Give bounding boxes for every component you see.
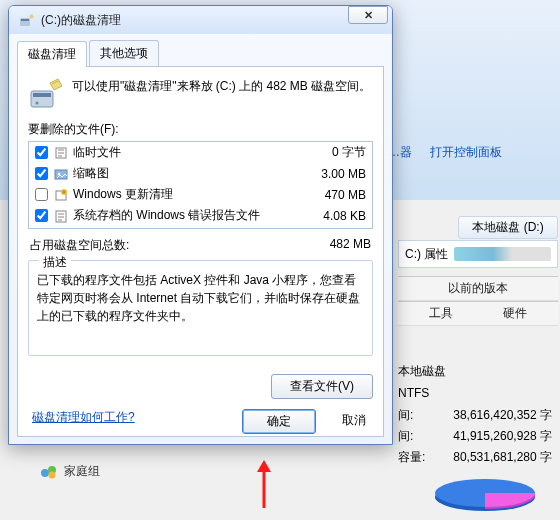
file-type-icon xyxy=(54,146,68,160)
homegroup-label[interactable]: 家庭组 xyxy=(64,463,100,480)
homegroup-icon xyxy=(40,462,58,480)
fs-type-label: 本地磁盘 xyxy=(390,360,560,383)
pie-chart xyxy=(430,475,540,515)
file-checkbox[interactable] xyxy=(35,146,48,159)
svg-rect-6 xyxy=(21,19,29,21)
file-checkbox[interactable] xyxy=(35,188,48,201)
props-label: C:) 属性 xyxy=(405,246,448,263)
file-row[interactable]: Windows 更新清理470 MB xyxy=(29,184,372,205)
file-checkbox[interactable] xyxy=(35,209,48,222)
help-link[interactable]: 磁盘清理如何工作? xyxy=(32,409,135,426)
stat-row: 间:41,915,260,928 字 xyxy=(390,426,560,447)
view-files-button[interactable]: 查看文件(V) xyxy=(271,374,373,399)
file-list[interactable]: 临时文件0 字节缩略图3.00 MBWindows 更新清理470 MB系统存档… xyxy=(28,141,373,229)
file-name: Windows 更新清理 xyxy=(73,186,296,203)
file-type-icon xyxy=(54,167,68,181)
tab-other-options[interactable]: 其他选项 xyxy=(89,40,159,66)
fs-value: NTFS xyxy=(390,383,560,403)
file-size: 3.00 MB xyxy=(296,167,366,181)
svg-point-4 xyxy=(49,472,56,479)
total-value: 482 MB xyxy=(330,237,371,254)
svg-point-2 xyxy=(41,469,49,477)
bg-link-control-panel[interactable]: 打开控制面板 xyxy=(430,144,502,161)
cancel-button[interactable]: 取消 xyxy=(334,409,374,434)
ok-button[interactable]: 确定 xyxy=(242,409,316,434)
stat-row: 间:38,616,420,352 字 xyxy=(390,405,560,426)
titlebar[interactable]: (C:)的磁盘清理 ✕ xyxy=(9,6,392,34)
stat-val: 38,616,420,352 字 xyxy=(453,407,552,424)
svg-point-9 xyxy=(36,102,39,105)
disk-cleanup-dialog: (C:)的磁盘清理 ✕ 磁盘清理 其他选项 可以使用"磁盘清理"来释放 (C:)… xyxy=(8,5,393,445)
tab-tools[interactable]: 工具 xyxy=(429,305,453,322)
intro-text: 可以使用"磁盘清理"来释放 (C:) 上的 482 MB 磁盘空间。 xyxy=(72,77,371,113)
stat-val: 41,915,260,928 字 xyxy=(453,428,552,445)
total-label: 占用磁盘空间总数: xyxy=(30,237,129,254)
stat-row: 容量:80,531,681,280 字 xyxy=(390,447,560,468)
disk-cleanup-icon xyxy=(19,12,35,28)
stat-key: 容量: xyxy=(398,449,425,466)
bg-stats: 间:38,616,420,352 字间:41,915,260,928 字容量:8… xyxy=(390,405,560,468)
svg-rect-8 xyxy=(33,93,51,97)
file-row[interactable]: 系统存档的 Windows 错误报告文件4.08 KB xyxy=(29,205,372,226)
stat-val: 80,531,681,280 字 xyxy=(453,449,552,466)
disk-big-icon xyxy=(28,77,64,113)
desc-body: 已下载的程序文件包括 ActiveX 控件和 Java 小程序，您查看特定网页时… xyxy=(37,271,364,325)
file-size: 470 MB xyxy=(296,188,366,202)
file-size: 0 字节 xyxy=(296,144,366,161)
file-row[interactable]: 临时文件0 字节 xyxy=(29,142,372,163)
file-type-icon xyxy=(54,209,68,223)
stat-key: 间: xyxy=(398,407,413,424)
dialog-title: (C:)的磁盘清理 xyxy=(41,12,386,29)
file-size: 4.08 KB xyxy=(296,209,366,223)
file-type-icon xyxy=(54,188,68,202)
delete-files-label: 要删除的文件(F): xyxy=(28,121,373,138)
tab-disk-cleanup[interactable]: 磁盘清理 xyxy=(17,41,87,67)
file-name: 缩略图 xyxy=(73,165,296,182)
file-name: 临时文件 xyxy=(73,144,296,161)
desc-legend: 描述 xyxy=(39,253,71,271)
bg-tabs2: 工具 硬件 xyxy=(398,301,558,326)
tab-hardware[interactable]: 硬件 xyxy=(503,305,527,322)
props-smear xyxy=(454,247,551,261)
prev-versions-tab[interactable]: 以前的版本 xyxy=(448,280,508,297)
stat-key: 间: xyxy=(398,428,413,445)
properties-box: C:) 属性 xyxy=(398,240,558,268)
file-checkbox[interactable] xyxy=(35,167,48,180)
file-name: 系统存档的 Windows 错误报告文件 xyxy=(73,207,296,224)
close-button[interactable]: ✕ xyxy=(348,6,388,24)
local-disk-header: 本地磁盘 (D:) xyxy=(458,216,558,239)
file-row[interactable]: 缩略图3.00 MB xyxy=(29,163,372,184)
